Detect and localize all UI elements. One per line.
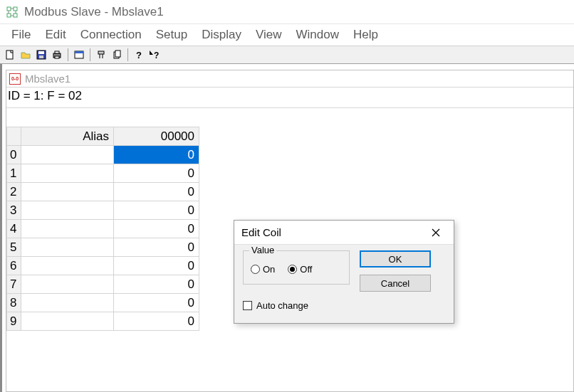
svg-text:?: ? bbox=[154, 51, 159, 60]
cell-alias[interactable] bbox=[21, 275, 114, 294]
radio-on[interactable]: On bbox=[251, 264, 275, 275]
menu-connection[interactable]: Connection bbox=[73, 25, 149, 45]
svg-rect-1 bbox=[14, 7, 17, 11]
svg-rect-2 bbox=[7, 14, 11, 17]
svg-rect-3 bbox=[14, 14, 17, 17]
status-line: ID = 1: F = 02 bbox=[6, 88, 573, 108]
col-header-value[interactable]: 00000 bbox=[114, 127, 199, 146]
row-header[interactable]: 8 bbox=[7, 294, 21, 312]
cell-value[interactable]: 0 bbox=[114, 183, 199, 201]
row-header[interactable]: 2 bbox=[7, 183, 21, 201]
radio-off-circle bbox=[288, 265, 297, 274]
menu-help[interactable]: Help bbox=[346, 25, 385, 45]
cell-alias[interactable] bbox=[21, 146, 114, 164]
copy-icon[interactable] bbox=[110, 48, 124, 62]
cell-value[interactable]: 0 bbox=[114, 238, 199, 257]
checkbox-icon bbox=[243, 301, 252, 310]
value-groupbox: Value On Off bbox=[243, 250, 350, 285]
row-header[interactable]: 9 bbox=[7, 312, 21, 331]
cell-alias[interactable] bbox=[21, 257, 114, 275]
cell-value[interactable]: 0 bbox=[114, 257, 199, 275]
window-icon[interactable] bbox=[72, 48, 86, 62]
workspace: 0-0 Mbslave1 ID = 1: F = 02 Alias 00000 … bbox=[0, 64, 574, 392]
new-icon[interactable] bbox=[3, 48, 17, 62]
row-header[interactable]: 4 bbox=[7, 220, 21, 238]
cancel-button[interactable]: Cancel bbox=[360, 275, 431, 292]
open-icon[interactable] bbox=[19, 48, 33, 62]
context-help-icon[interactable]: ? bbox=[147, 48, 162, 62]
document-icon: 0-0 bbox=[9, 73, 21, 85]
cell-value[interactable]: 0 bbox=[114, 146, 199, 164]
radio-off[interactable]: Off bbox=[288, 264, 312, 275]
svg-rect-11 bbox=[39, 55, 43, 58]
cell-value[interactable]: 0 bbox=[114, 164, 199, 183]
menu-setup[interactable]: Setup bbox=[149, 25, 194, 45]
app-titlebar: Modbus Slave - Mbslave1 bbox=[0, 0, 574, 24]
row-header[interactable]: 1 bbox=[7, 164, 21, 183]
table-row[interactable]: 60 bbox=[7, 257, 199, 275]
document-titlebar[interactable]: 0-0 Mbslave1 bbox=[6, 70, 573, 88]
cell-value[interactable]: 0 bbox=[114, 201, 199, 220]
radio-on-circle bbox=[251, 265, 260, 274]
print-icon[interactable] bbox=[50, 48, 64, 62]
toolbar: ? ? bbox=[0, 46, 574, 64]
radio-off-label: Off bbox=[300, 264, 312, 275]
svg-rect-0 bbox=[7, 7, 11, 11]
close-icon[interactable] bbox=[425, 224, 447, 241]
toolbar-sep bbox=[68, 48, 68, 61]
cell-value[interactable]: 0 bbox=[114, 220, 199, 238]
ok-button[interactable]: OK bbox=[360, 250, 431, 267]
menu-window[interactable]: Window bbox=[288, 25, 345, 45]
menu-file[interactable]: File bbox=[4, 25, 38, 45]
dialog-titlebar[interactable]: Edit Coil bbox=[234, 221, 454, 245]
svg-rect-8 bbox=[6, 51, 13, 59]
row-header[interactable]: 5 bbox=[7, 238, 21, 257]
row-header[interactable]: 7 bbox=[7, 275, 21, 294]
cell-alias[interactable] bbox=[21, 201, 114, 220]
cell-value[interactable]: 0 bbox=[114, 275, 199, 294]
dialog-body: Value On Off OK Cancel Auto change bbox=[234, 245, 454, 297]
table-row[interactable]: 20 bbox=[7, 183, 199, 201]
help-icon[interactable]: ? bbox=[132, 48, 146, 62]
cell-alias[interactable] bbox=[21, 220, 114, 238]
app-title: Modbus Slave - Mbslave1 bbox=[24, 5, 164, 19]
cell-value[interactable]: 0 bbox=[114, 294, 199, 312]
menu-view[interactable]: View bbox=[249, 25, 289, 45]
toolbar-sep bbox=[127, 48, 128, 61]
svg-rect-16 bbox=[75, 51, 83, 53]
auto-change-label: Auto change bbox=[256, 300, 308, 311]
table-row[interactable]: 30 bbox=[7, 201, 199, 220]
cell-alias[interactable] bbox=[21, 238, 114, 257]
svg-rect-21 bbox=[115, 51, 120, 57]
row-header[interactable]: 6 bbox=[7, 257, 21, 275]
cell-alias[interactable] bbox=[21, 183, 114, 201]
table-row[interactable]: 40 bbox=[7, 220, 199, 238]
svg-text:?: ? bbox=[136, 50, 142, 60]
auto-change-checkbox[interactable]: Auto change bbox=[243, 300, 308, 311]
dialog-buttons: OK Cancel bbox=[360, 250, 431, 292]
dialog-title: Edit Coil bbox=[241, 226, 281, 238]
table-row[interactable]: 00 bbox=[7, 146, 199, 164]
menu-display[interactable]: Display bbox=[194, 25, 249, 45]
row-header[interactable]: 0 bbox=[7, 146, 21, 164]
table-row[interactable]: 90 bbox=[7, 312, 199, 331]
save-icon[interactable] bbox=[34, 48, 48, 62]
svg-rect-13 bbox=[55, 51, 59, 53]
row-header[interactable]: 3 bbox=[7, 201, 21, 220]
cell-alias[interactable] bbox=[21, 294, 114, 312]
edit-coil-dialog: Edit Coil Value On Off OK Cancel bbox=[234, 220, 454, 324]
svg-rect-14 bbox=[55, 56, 59, 58]
col-header-alias[interactable]: Alias bbox=[21, 127, 114, 146]
cell-value[interactable]: 0 bbox=[114, 312, 199, 331]
table-row[interactable]: 10 bbox=[7, 164, 199, 183]
table-row[interactable]: 80 bbox=[7, 294, 199, 312]
cell-alias[interactable] bbox=[21, 312, 114, 331]
groupbox-legend: Value bbox=[249, 245, 276, 255]
cell-alias[interactable] bbox=[21, 164, 114, 183]
connect-icon[interactable] bbox=[94, 48, 108, 62]
menubar: File Edit Connection Setup Display View … bbox=[0, 24, 574, 46]
table-row[interactable]: 70 bbox=[7, 275, 199, 294]
menu-edit[interactable]: Edit bbox=[38, 25, 73, 45]
svg-rect-17 bbox=[98, 51, 104, 54]
table-row[interactable]: 50 bbox=[7, 238, 199, 257]
